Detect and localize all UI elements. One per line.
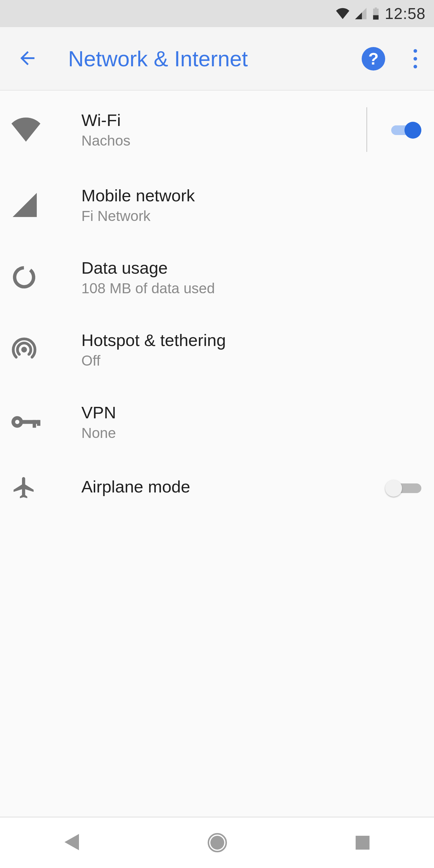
- svg-rect-9: [37, 420, 40, 426]
- hotspot-icon: [9, 337, 82, 362]
- nav-home-icon[interactable]: [208, 833, 227, 852]
- row-hotspot-title: Hotspot & tethering: [82, 330, 421, 350]
- settings-list: Wi-Fi Nachos Mobile network Fi Network D…: [0, 90, 434, 517]
- row-airplane-mode[interactable]: Airplane mode: [0, 458, 434, 517]
- row-hotspot-subtitle: Off: [82, 352, 421, 369]
- airplane-toggle[interactable]: [385, 478, 421, 497]
- svg-point-6: [15, 420, 19, 424]
- overflow-menu-icon[interactable]: [406, 46, 424, 71]
- svg-point-3: [11, 265, 37, 290]
- cellular-status-icon: [355, 8, 367, 19]
- nav-recent-icon[interactable]: [355, 836, 370, 849]
- wifi-icon: [9, 118, 82, 142]
- status-time: 12:58: [385, 4, 426, 23]
- row-data-usage[interactable]: Data usage 108 MB of data used: [0, 241, 434, 313]
- app-bar: Network & Internet ?: [0, 27, 434, 90]
- airplane-icon: [9, 475, 82, 500]
- help-icon[interactable]: ?: [362, 47, 385, 70]
- wifi-toggle-divider: [367, 107, 367, 152]
- svg-rect-8: [33, 420, 36, 428]
- row-vpn-subtitle: None: [82, 425, 421, 441]
- data-usage-icon: [9, 265, 82, 290]
- row-mobile-subtitle: Fi Network: [82, 208, 421, 224]
- row-wifi-subtitle: Nachos: [82, 132, 367, 149]
- svg-rect-0: [375, 7, 377, 9]
- row-airplane-title: Airplane mode: [82, 477, 385, 496]
- svg-rect-2: [373, 15, 378, 20]
- row-vpn[interactable]: VPN None: [0, 386, 434, 458]
- row-mobile-network[interactable]: Mobile network Fi Network: [0, 169, 434, 241]
- vpn-key-icon: [9, 413, 82, 431]
- battery-status-icon: [372, 7, 379, 20]
- back-arrow-icon[interactable]: [17, 48, 38, 70]
- svg-rect-7: [22, 420, 39, 424]
- page-title: Network & Internet: [68, 46, 362, 71]
- navigation-bar: [0, 817, 434, 868]
- wifi-status-icon: [336, 8, 349, 19]
- row-wifi-title: Wi-Fi: [82, 110, 367, 130]
- row-hotspot[interactable]: Hotspot & tethering Off: [0, 313, 434, 386]
- status-bar: 12:58: [0, 0, 434, 27]
- svg-point-4: [22, 347, 26, 352]
- row-wifi[interactable]: Wi-Fi Nachos: [0, 90, 434, 169]
- row-data-subtitle: 108 MB of data used: [82, 280, 421, 297]
- row-vpn-title: VPN: [82, 403, 421, 422]
- nav-back-icon[interactable]: [64, 834, 79, 851]
- row-mobile-title: Mobile network: [82, 186, 421, 205]
- row-data-title: Data usage: [82, 258, 421, 278]
- wifi-toggle[interactable]: [385, 121, 421, 138]
- cellular-icon: [9, 193, 82, 217]
